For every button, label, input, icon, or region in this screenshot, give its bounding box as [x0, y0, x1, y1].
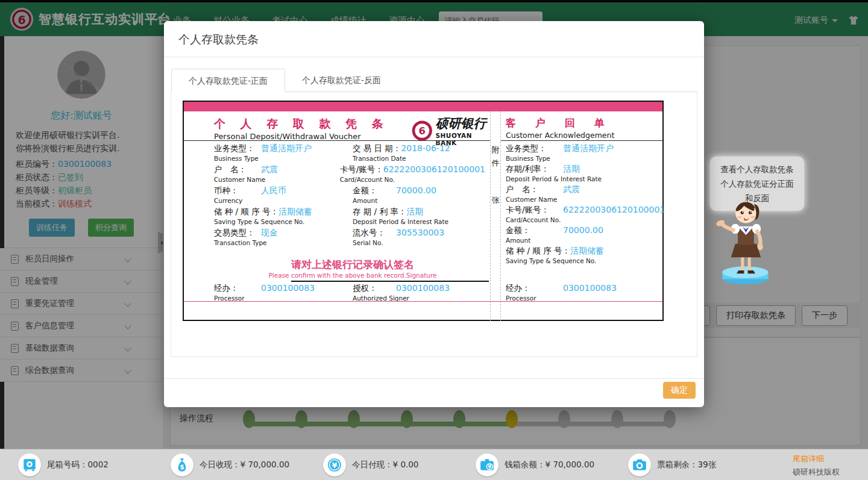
- field-label: 储 种 / 顺 序 号：: [214, 207, 278, 217]
- field-label: 储 种 / 顺 序 号：: [506, 246, 570, 257]
- field-label-en: Saving Type & Sequence No.: [506, 257, 656, 264]
- field-label-en: Amount: [353, 197, 485, 204]
- moneybag-icon: $: [171, 454, 193, 476]
- voucher-field: 业务类型：普通活期开户Business Type: [214, 143, 353, 164]
- field-value: 活期: [406, 207, 423, 216]
- field-label: 存期/利率：: [506, 164, 563, 175]
- voucher-field-line: 储 种 / 顺 序 号：活期储蓄: [214, 207, 353, 217]
- bank-name-cn: 硕研银行: [436, 115, 491, 132]
- field-value: 武震: [261, 164, 278, 174]
- field-value: 305530003: [396, 228, 444, 237]
- field-value: 0300100083: [563, 283, 617, 293]
- voucher-field: 金额：70000.00Amount: [353, 185, 485, 207]
- voucher-field: 储 种 / 顺 序 号：活期储蓄Saving Type & Sequence N…: [506, 246, 656, 266]
- safe-icon: [18, 454, 41, 476]
- svg-text:6: 6: [419, 125, 426, 137]
- field-label-en: Serial No.: [353, 239, 485, 246]
- field-value: 活期储蓄: [278, 207, 312, 216]
- assistant-mascot: [712, 192, 782, 291]
- attachment-unit: 张: [491, 194, 500, 207]
- field-label: 交易类型：: [214, 228, 261, 238]
- field-label-en: Currency: [214, 197, 353, 204]
- statusbar-item: ¥钱箱余额：¥ 70,000.00: [476, 454, 628, 476]
- field-value: 活期储蓄: [570, 246, 604, 255]
- field-label: 授权：: [353, 283, 396, 294]
- voucher-row: 交易类型：现金Transaction Type流水号：305530003Seri…: [214, 228, 485, 249]
- voucher-field-line: 经办：0300100083: [506, 283, 617, 294]
- voucher-field: 卡号/账号：6222200306120100001Card/Account No…: [340, 164, 485, 185]
- field-label-en: Business Type: [506, 155, 656, 162]
- voucher-field-line: 户 名：武震: [214, 164, 340, 175]
- voucher-tabs: 个人存取款凭证-正面 个人存取款凭证-反面: [171, 69, 697, 92]
- field-label-en: Saving Type & Sequence No.: [214, 218, 353, 225]
- divider: [184, 140, 490, 141]
- voucher-field-line: 卡号/账号：6222200306120100001: [506, 205, 656, 216]
- statusbar-item: 尾箱号码：0002: [18, 454, 171, 476]
- voucher-field: 金额：70000.00Amount: [506, 225, 656, 246]
- field-label-en: Business Type: [214, 155, 353, 162]
- voucher-field: 卡号/账号：6222200306120100001Card/Account No…: [506, 205, 656, 225]
- field-label-en: Amount: [506, 237, 656, 244]
- attachment-char: 附: [491, 143, 500, 157]
- tab-voucher-back[interactable]: 个人存取款凭证-反面: [285, 69, 398, 92]
- field-label-en: Deposit Period & Interest Rate: [506, 175, 656, 182]
- tailbox-detail-link[interactable]: 尾箱详细: [793, 452, 840, 466]
- field-value: 普通活期开户: [563, 143, 614, 153]
- tab-voucher-front[interactable]: 个人存取款凭证-正面: [171, 69, 285, 92]
- field-label: 卡号/账号：: [506, 205, 563, 216]
- voucher-title-en: Personal Deposit/Withdrawal Voucher: [214, 132, 361, 141]
- field-label: 业务类型：: [506, 143, 563, 154]
- confirm-button[interactable]: 确定: [663, 382, 696, 399]
- voucher-field-line: 金额：70000.00: [353, 185, 485, 196]
- voucher-field-line: 存 期 / 利 率：活期: [353, 207, 485, 217]
- field-value: 0300100083: [261, 283, 315, 293]
- voucher-field-line: 币种：人民币: [214, 185, 353, 196]
- statusbar-item: 票箱剩余：39张: [628, 454, 781, 476]
- field-label: 经办：: [506, 283, 563, 294]
- statusbar-text: 尾箱号码：0002: [47, 460, 108, 470]
- voucher-field-line: 业务类型：普通活期开户: [506, 143, 656, 154]
- voucher-field: 业务类型：普通活期开户Business Type: [506, 143, 656, 164]
- field-label: 户 名：: [214, 164, 261, 175]
- divider: [501, 140, 662, 141]
- statusbar-text: 钱箱余额：¥ 70,000.00: [505, 460, 594, 470]
- field-label: 币种：: [214, 185, 261, 196]
- deposit-voucher: 个 人 存 取 款 凭 条 Personal Deposit/Withdrawa…: [183, 101, 664, 321]
- shuoyan-bank-icon: 6: [412, 119, 433, 142]
- voucher-footer-line: [184, 301, 662, 302]
- voucher-field-line: 卡号/账号：6222200306120100001: [340, 164, 485, 175]
- field-value: 活期: [563, 164, 580, 173]
- attachment-char: 件: [491, 157, 500, 170]
- field-value: 现金: [261, 228, 278, 237]
- copyright-text: 硕研科技版权: [793, 466, 840, 479]
- cashbox-icon: ¥: [476, 454, 498, 476]
- voucher-row: 币种：人民币Currency金额：70000.00Amount: [214, 185, 485, 207]
- divider: [164, 378, 704, 379]
- voucher-bank-logo: 6 硕研银行 SHUOYAN BANK: [412, 115, 490, 146]
- voucher-field: 户 名：武震Customer Name: [506, 184, 656, 205]
- voucher-field-line: 流水号：305530003: [353, 228, 485, 238]
- field-label-en: Deposit Period & Interest Rate: [353, 218, 485, 225]
- voucher-field: 币种：人民币Currency: [214, 185, 353, 207]
- voucher-field: 经办：0300100083Processor: [214, 283, 353, 302]
- field-label: 业务类型：: [214, 143, 261, 154]
- voucher-header-bar: [184, 102, 662, 111]
- voucher-modal: 个人存取款凭条 个人存取款凭证-正面 个人存取款凭证-反面 个 人 存 取 款 …: [164, 21, 704, 407]
- voucher-row: 储 种 / 顺 序 号：活期储蓄Saving Type & Sequence N…: [214, 207, 485, 228]
- field-label: 户 名：: [506, 184, 563, 195]
- divider: [164, 57, 704, 57]
- voucher-field-line: 金额：70000.00: [506, 225, 656, 236]
- acknowledgement-title-en: Customer Acknowledgement: [506, 131, 614, 140]
- field-label: 存 期 / 利 率：: [353, 207, 406, 217]
- field-label: 金额：: [506, 225, 563, 236]
- signature-instruction-cn: 请对上述银行记录确认签名: [244, 258, 461, 272]
- acknowledgement-title-cn: 客 户 回 单: [506, 116, 612, 130]
- voucher-field-line: 业务类型：普通活期开户: [214, 143, 353, 154]
- voucher-field-line: 储 种 / 顺 序 号：活期储蓄: [506, 246, 656, 257]
- voucher-field: 经办：0300100083Processor: [506, 283, 617, 304]
- voucher-row: 业务类型：普通活期开户Business Type交 易 日 期：2018-06-…: [214, 143, 485, 164]
- field-value: 6222200306120100001: [563, 205, 665, 214]
- field-label: 卡号/账号：: [340, 164, 383, 175]
- field-value: 70000.00: [563, 225, 603, 235]
- voucher-field: 交 易 日 期：2018-06-12Transaction Date: [353, 143, 485, 164]
